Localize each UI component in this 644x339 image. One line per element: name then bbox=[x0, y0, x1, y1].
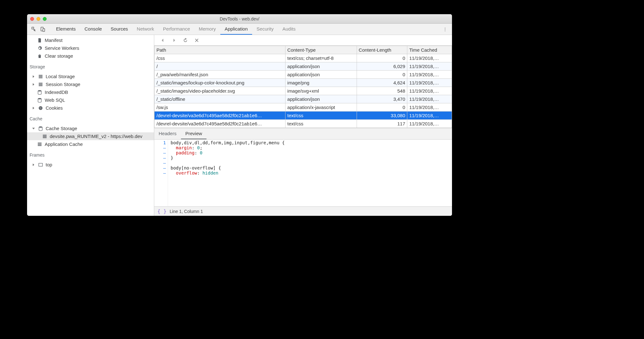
cell-len: 4,624 bbox=[357, 79, 407, 87]
tab-performance[interactable]: Performance bbox=[159, 24, 195, 35]
zoom-window-icon[interactable] bbox=[43, 17, 47, 21]
close-window-icon[interactable] bbox=[30, 17, 34, 21]
cell-path: /_pwa/web/manifest.json bbox=[155, 71, 285, 79]
tab-security[interactable]: Security bbox=[252, 24, 278, 35]
cell-time: 11/19/2018,… bbox=[407, 87, 452, 95]
cell-type: text/css bbox=[285, 120, 357, 128]
code-line: overflow: hidden bbox=[171, 170, 285, 175]
col-content-length[interactable]: Content-Length bbox=[357, 46, 407, 54]
cell-path: /devrel-devsite/va3e6d7c495ae58d2f0c21ab… bbox=[155, 112, 285, 120]
code-view[interactable]: body,div,dl,dd,form,img,input,figure,men… bbox=[168, 140, 287, 206]
table-row[interactable]: /devrel-devsite/va3e6d7c495ae58d2f0c21ab… bbox=[155, 112, 452, 120]
tab-sources[interactable]: Sources bbox=[106, 24, 133, 35]
subtab-headers[interactable]: Headers bbox=[154, 128, 181, 139]
table-row[interactable]: /_static/images/lockup-color-knockout.pn… bbox=[155, 79, 452, 87]
nav-back-icon[interactable] bbox=[160, 37, 166, 43]
sidebar-item-label: Clear storage bbox=[45, 53, 73, 59]
table-row[interactable]: /sw.jsapplication/x-javascript011/19/201… bbox=[155, 103, 452, 112]
cell-len: 33,080 bbox=[357, 112, 407, 120]
tab-memory[interactable]: Memory bbox=[195, 24, 220, 35]
code-line: padding: 0 bbox=[171, 150, 285, 155]
refresh-icon[interactable] bbox=[183, 37, 188, 43]
cell-type: image/png bbox=[285, 79, 357, 87]
table-row[interactable]: /application/json6,02911/19/2018,… bbox=[155, 62, 452, 71]
svg-rect-1 bbox=[43, 28, 45, 31]
table-row[interactable]: /_static/images/video-placeholder.svgima… bbox=[155, 87, 452, 95]
traffic-lights bbox=[30, 17, 47, 21]
tab-network[interactable]: Network bbox=[133, 24, 159, 35]
collapse-icon[interactable] bbox=[32, 128, 35, 129]
line-number: – bbox=[154, 150, 166, 155]
sidebar-item-label: Manifest bbox=[45, 37, 63, 43]
tab-console[interactable]: Console bbox=[80, 24, 106, 35]
col-time-cached[interactable]: Time Cached bbox=[407, 46, 452, 54]
table-icon bbox=[37, 142, 42, 147]
window-title: DevTools - web.dev/ bbox=[27, 16, 452, 21]
cell-type: application/json bbox=[285, 62, 357, 71]
svg-point-2 bbox=[38, 90, 42, 91]
table-header-row: Path Content-Type Content-Length Time Ca… bbox=[155, 46, 452, 54]
table-icon bbox=[42, 134, 47, 139]
cell-type: text/css bbox=[285, 112, 357, 120]
sidebar-item-session-storage[interactable]: Session Storage bbox=[27, 80, 154, 88]
col-path[interactable]: Path bbox=[155, 46, 285, 54]
delete-icon[interactable] bbox=[194, 37, 200, 43]
expand-icon[interactable] bbox=[33, 75, 34, 78]
sidebar-item-manifest[interactable]: Manifest bbox=[27, 36, 154, 44]
line-number: – bbox=[154, 170, 166, 175]
cell-path: /sw.js bbox=[155, 103, 285, 112]
code-line: body[no-overflow] { bbox=[171, 165, 285, 170]
cell-path: / bbox=[155, 62, 285, 71]
sidebar-item-cache-storage[interactable]: Cache Storage bbox=[27, 124, 154, 132]
tab-application[interactable]: Application bbox=[220, 24, 252, 35]
cell-len: 6,029 bbox=[357, 62, 407, 71]
nav-forward-icon[interactable] bbox=[171, 37, 177, 43]
cell-len: 0 bbox=[357, 71, 407, 79]
inspect-icon[interactable] bbox=[30, 26, 38, 33]
cell-path: /_static/offline bbox=[155, 95, 285, 103]
sidebar-item-cache-entry[interactable]: devsite.pwa_RUNTIME_v2 - https://web.dev bbox=[27, 132, 154, 140]
device-toggle-icon[interactable] bbox=[39, 26, 47, 33]
sidebar-item-label: Cache Storage bbox=[46, 126, 77, 131]
sidebar-item-indexeddb[interactable]: IndexedDB bbox=[27, 88, 154, 96]
subtab-preview[interactable]: Preview bbox=[181, 128, 206, 139]
preview-pane: 1–––––– body,div,dl,dd,form,img,input,fi… bbox=[154, 140, 452, 206]
sidebar-item-label: top bbox=[46, 162, 52, 167]
trash-icon bbox=[37, 54, 42, 59]
table-row[interactable]: /_pwa/web/manifest.jsonapplication/json0… bbox=[155, 71, 452, 79]
expand-icon[interactable] bbox=[33, 164, 34, 166]
status-bar: { } Line 1, Column 1 bbox=[154, 206, 452, 216]
cell-path: /css bbox=[155, 54, 285, 62]
expand-icon[interactable] bbox=[33, 107, 34, 109]
sidebar-item-label: Local Storage bbox=[46, 74, 75, 79]
tabstrip: Elements Console Sources Network Perform… bbox=[27, 24, 452, 35]
minimize-window-icon[interactable] bbox=[37, 17, 40, 21]
tab-elements[interactable]: Elements bbox=[52, 24, 80, 35]
sidebar-heading-frames: Frames bbox=[27, 149, 154, 159]
sidebar-item-cookies[interactable]: Cookies bbox=[27, 104, 154, 112]
sidebar-item-frame-top[interactable]: top bbox=[27, 161, 154, 169]
table-row[interactable]: /devrel-devsite/va3e6d7c495ae58d2f0c21ab… bbox=[155, 120, 452, 128]
sidebar-item-clear-storage[interactable]: Clear storage bbox=[27, 52, 154, 60]
table-row[interactable]: /_static/offlineapplication/json3,47011/… bbox=[155, 95, 452, 103]
line-number: – bbox=[154, 160, 166, 165]
document-icon bbox=[37, 38, 42, 43]
sidebar-item-websql[interactable]: Web SQL bbox=[27, 96, 154, 104]
tab-audits[interactable]: Audits bbox=[278, 24, 300, 35]
col-content-type[interactable]: Content-Type bbox=[285, 46, 357, 54]
line-number: – bbox=[154, 145, 166, 150]
cell-path: /_static/images/video-placeholder.svg bbox=[155, 87, 285, 95]
sidebar-item-local-storage[interactable]: Local Storage bbox=[27, 72, 154, 80]
resource-subtabs: Headers Preview bbox=[154, 128, 452, 140]
more-menu-icon[interactable]: ⋮ bbox=[441, 27, 449, 32]
sidebar-item-application-cache[interactable]: Application Cache bbox=[27, 140, 154, 148]
cell-time: 11/19/2018,… bbox=[407, 95, 452, 103]
format-icon[interactable]: { } bbox=[157, 208, 167, 214]
cell-time: 11/19/2018,… bbox=[407, 112, 452, 120]
expand-icon[interactable] bbox=[33, 83, 34, 86]
sidebar-item-service-workers[interactable]: Service Workers bbox=[27, 44, 154, 52]
sidebar-item-label: Service Workers bbox=[45, 45, 79, 51]
table-row[interactable]: /csstext/css; charset=utf-8011/19/2018,… bbox=[155, 54, 452, 62]
sidebar-heading-storage: Storage bbox=[27, 61, 154, 71]
svg-point-4 bbox=[39, 106, 42, 110]
